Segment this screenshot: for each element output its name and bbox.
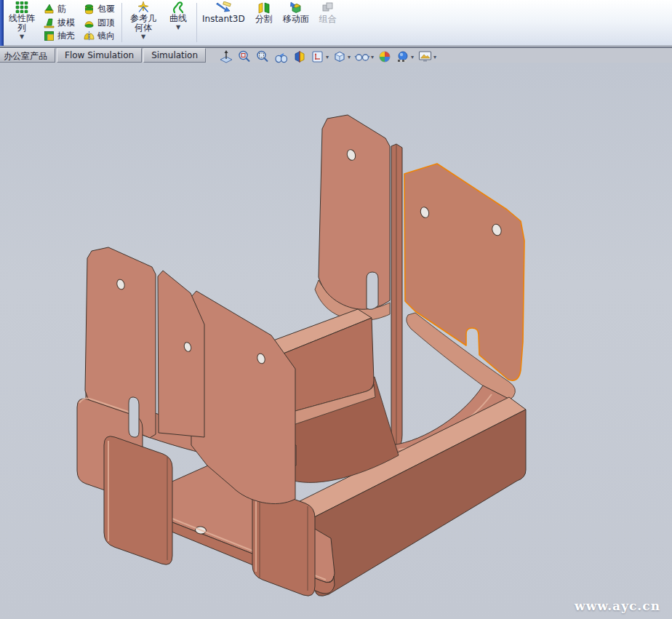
reference-geometry-button[interactable]: 参考几何体 ▼ bbox=[124, 0, 162, 45]
previous-view-icon[interactable] bbox=[273, 49, 289, 65]
tab-simulation[interactable]: Simulation bbox=[143, 48, 206, 63]
post-face[interactable] bbox=[252, 487, 315, 596]
front-post-foot[interactable] bbox=[252, 487, 315, 596]
normal-to-icon[interactable] bbox=[218, 49, 234, 65]
feature-column-1: 筋 拔模 抽壳 bbox=[39, 0, 79, 45]
split-button[interactable]: 分割 bbox=[248, 0, 280, 45]
curves-icon bbox=[172, 1, 185, 13]
command-manager-toolbar: 线性阵列 ▼ 筋 拔模 bbox=[0, 0, 672, 46]
section-view-icon[interactable] bbox=[292, 49, 308, 65]
reference-geometry-dropdown[interactable]: ▼ bbox=[141, 34, 145, 40]
dome-icon bbox=[84, 17, 95, 28]
feature-column-2: 包覆 圆顶 镜向 bbox=[79, 0, 119, 45]
wrap-icon bbox=[84, 4, 95, 15]
split-label: 分割 bbox=[255, 15, 273, 24]
wall-edge-strip[interactable] bbox=[391, 144, 402, 449]
linear-pattern-label: 线性阵列 bbox=[7, 14, 36, 33]
split-icon bbox=[257, 1, 271, 14]
draft-icon bbox=[44, 17, 55, 28]
combine-label: 组合 bbox=[319, 15, 337, 24]
move-face-button[interactable]: 移动面 bbox=[280, 0, 312, 45]
tab-flow-simulation[interactable]: Flow Simulation bbox=[57, 48, 142, 63]
reference-geometry-icon bbox=[137, 1, 150, 13]
combine-icon bbox=[321, 1, 335, 14]
shell-button[interactable]: 抽壳 bbox=[41, 29, 78, 43]
shell-icon bbox=[44, 31, 55, 41]
graphics-viewport[interactable]: www.ayc.cn bbox=[0, 63, 672, 619]
tab-office-products[interactable]: 办公室产品 bbox=[0, 48, 55, 63]
rib-button[interactable]: 筋 bbox=[41, 2, 78, 16]
instant3d-icon bbox=[215, 1, 232, 14]
back-flap-face[interactable] bbox=[319, 115, 390, 309]
watermark: www.ayc.cn bbox=[575, 599, 660, 613]
view-settings-icon[interactable]: ▾ bbox=[417, 49, 437, 65]
mirror-icon bbox=[84, 31, 95, 41]
view-orientation-icon[interactable]: ▾ bbox=[310, 49, 329, 65]
model-canvas[interactable] bbox=[0, 63, 672, 619]
linear-pattern-dropdown[interactable]: ▼ bbox=[20, 34, 24, 40]
apply-scene-icon[interactable]: ▾ bbox=[395, 49, 415, 65]
display-style-icon[interactable]: ▾ bbox=[332, 49, 351, 65]
instant3d-label: Instant3D bbox=[202, 15, 245, 24]
move-face-icon bbox=[289, 1, 303, 14]
left-foot-front[interactable] bbox=[104, 436, 172, 564]
mirror-button[interactable]: 镜向 bbox=[81, 29, 118, 43]
mirror-label: 镜向 bbox=[97, 30, 115, 42]
rib-icon bbox=[44, 4, 55, 15]
dome-button[interactable]: 圆顶 bbox=[81, 16, 118, 30]
left-foot-front-face[interactable] bbox=[104, 436, 172, 564]
toolbar-separator bbox=[196, 3, 197, 42]
heads-up-view-toolbar: ▾ ▾ ▾ bbox=[218, 48, 437, 65]
edit-appearance-icon[interactable] bbox=[377, 49, 393, 65]
hide-show-items-icon[interactable]: ▾ bbox=[353, 49, 375, 65]
shell-label: 抽壳 bbox=[57, 30, 75, 42]
instant3d-button[interactable]: Instant3D bbox=[199, 0, 248, 45]
dome-label: 圆顶 bbox=[97, 17, 115, 29]
curves-label: 曲线 bbox=[169, 14, 187, 23]
draft-button[interactable]: 拔模 bbox=[41, 16, 78, 30]
combine-button: 组合 bbox=[312, 0, 344, 45]
solidworks-window: 线性阵列 ▼ 筋 拔模 bbox=[0, 0, 672, 619]
linear-pattern-button[interactable]: 线性阵列 ▼ bbox=[4, 0, 39, 45]
reference-geometry-label: 参考几何体 bbox=[127, 14, 159, 33]
wrap-button[interactable]: 包覆 bbox=[81, 2, 118, 16]
window-edge bbox=[0, 0, 4, 46]
zoom-to-fit-icon[interactable] bbox=[236, 49, 252, 65]
curves-dropdown[interactable]: ▼ bbox=[176, 25, 180, 31]
left-foot-slot bbox=[129, 397, 139, 437]
draft-label: 拔模 bbox=[57, 17, 75, 29]
linear-pattern-icon bbox=[15, 1, 28, 13]
wrap-label: 包覆 bbox=[97, 3, 115, 15]
selected-mounting-plate[interactable] bbox=[404, 164, 524, 400]
toolbar-separator bbox=[121, 3, 122, 42]
selected-plate-face[interactable] bbox=[404, 164, 524, 380]
rib-label: 筋 bbox=[57, 3, 66, 15]
zoom-to-area-icon[interactable] bbox=[255, 49, 271, 65]
curves-button[interactable]: 曲线 ▼ bbox=[162, 0, 194, 45]
move-face-label: 移动面 bbox=[283, 15, 309, 24]
back-flap[interactable] bbox=[315, 115, 390, 321]
keyhole-notch bbox=[367, 272, 378, 309]
